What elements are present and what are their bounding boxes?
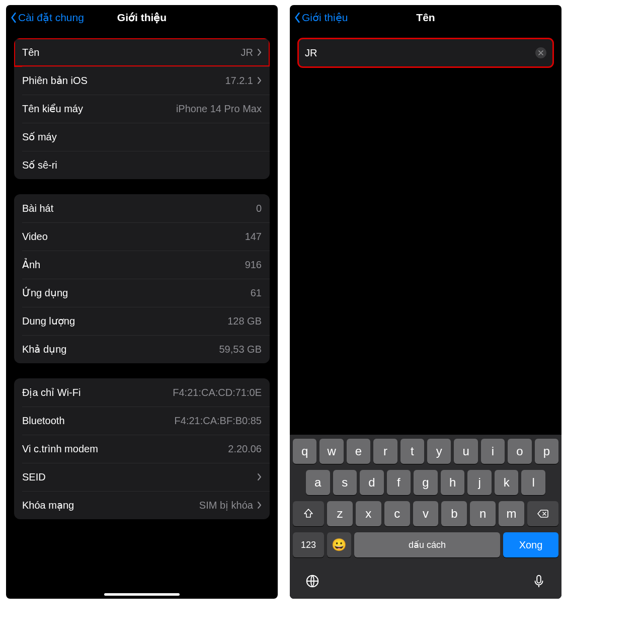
back-button[interactable]: Giới thiệu bbox=[294, 12, 348, 24]
row-value: 61 bbox=[251, 287, 262, 299]
section-storage: Bài hát 0 Video 147 Ảnh 916 Ứng dụng 61 … bbox=[14, 194, 270, 363]
key-w[interactable]: w bbox=[319, 439, 343, 464]
row-apps: Ứng dụng 61 bbox=[14, 279, 270, 307]
row-value: 59,53 GB bbox=[219, 344, 262, 355]
section-device: Tên JR Phiên bản iOS 17.2.1 Tên kiểu máy… bbox=[14, 38, 270, 179]
row-label: Ảnh bbox=[22, 259, 40, 271]
row-model-number: Số máy bbox=[14, 123, 270, 151]
back-button[interactable]: Cài đặt chung bbox=[10, 12, 84, 24]
row-photos: Ảnh 916 bbox=[14, 251, 270, 279]
row-label: Tên bbox=[22, 47, 39, 58]
row-videos: Video 147 bbox=[14, 222, 270, 251]
row-label: Ứng dụng bbox=[22, 287, 68, 299]
key-y[interactable]: y bbox=[427, 439, 451, 464]
row-label: Khóa mạng bbox=[22, 499, 74, 511]
key-q[interactable]: q bbox=[293, 439, 316, 464]
row-label: Vi c.trình modem bbox=[22, 443, 98, 455]
chevron-right-icon bbox=[257, 501, 262, 509]
row-ios-version[interactable]: Phiên bản iOS 17.2.1 bbox=[14, 66, 270, 95]
globe-key[interactable] bbox=[305, 574, 320, 591]
row-value: F4:21:CA:CD:71:0E bbox=[173, 387, 262, 398]
space-key[interactable]: dấu cách bbox=[354, 532, 500, 557]
row-label: Số sê-ri bbox=[22, 159, 57, 171]
key-c[interactable]: c bbox=[384, 501, 410, 526]
mic-icon bbox=[531, 574, 546, 589]
key-d[interactable]: d bbox=[360, 470, 384, 495]
chevron-left-icon bbox=[10, 12, 17, 23]
key-h[interactable]: h bbox=[441, 470, 465, 495]
clear-button[interactable] bbox=[535, 47, 546, 58]
nav-bar: Cài đặt chung Giới thiệu bbox=[6, 5, 278, 30]
row-value: 916 bbox=[245, 259, 262, 271]
name-input[interactable]: JR bbox=[298, 38, 553, 67]
content: Tên JR Phiên bản iOS 17.2.1 Tên kiểu máy… bbox=[6, 30, 278, 599]
back-label: Cài đặt chung bbox=[18, 12, 84, 24]
row-serial: Số sê-ri bbox=[14, 151, 270, 179]
backspace-key[interactable] bbox=[527, 501, 558, 526]
section-network: Địa chỉ Wi-Fi F4:21:CA:CD:71:0E Bluetoot… bbox=[14, 378, 270, 519]
key-s[interactable]: s bbox=[333, 470, 357, 495]
close-icon bbox=[538, 50, 543, 55]
name-input-value: JR bbox=[305, 47, 317, 59]
keyboard-bottom bbox=[290, 574, 561, 591]
row-seid[interactable]: SEID bbox=[14, 463, 270, 491]
key-i[interactable]: i bbox=[481, 439, 505, 464]
key-t[interactable]: t bbox=[400, 439, 424, 464]
key-l[interactable]: l bbox=[521, 470, 545, 495]
key-m[interactable]: m bbox=[499, 501, 524, 526]
row-label: Bluetooth bbox=[22, 415, 65, 427]
row-label: Dung lượng bbox=[22, 315, 75, 327]
row-label: Video bbox=[22, 231, 48, 243]
row-carrier-lock[interactable]: Khóa mạng SIM bị khóa bbox=[14, 491, 270, 519]
shift-icon bbox=[302, 508, 314, 520]
row-value: 147 bbox=[245, 231, 262, 243]
numeric-key[interactable]: 123 bbox=[293, 532, 324, 557]
key-k[interactable]: k bbox=[495, 470, 519, 495]
back-label: Giới thiệu bbox=[302, 12, 348, 24]
row-label: Số máy bbox=[22, 131, 57, 143]
row-model-name: Tên kiểu máy iPhone 14 Pro Max bbox=[14, 95, 270, 123]
keyboard: qwertyuiop asdfghjkl zxcvbnm 123 😀 dấu c… bbox=[290, 435, 561, 599]
key-r[interactable]: r bbox=[373, 439, 397, 464]
chevron-right-icon bbox=[257, 48, 262, 56]
key-j[interactable]: j bbox=[467, 470, 492, 495]
key-u[interactable]: u bbox=[454, 439, 477, 464]
row-value: iPhone 14 Pro Max bbox=[176, 103, 262, 115]
home-indicator[interactable] bbox=[104, 593, 180, 596]
key-e[interactable]: e bbox=[347, 439, 370, 464]
row-label: Khả dụng bbox=[22, 343, 66, 355]
chevron-right-icon bbox=[257, 473, 262, 481]
chevron-right-icon bbox=[257, 76, 262, 85]
row-modem: Vi c.trình modem 2.20.06 bbox=[14, 435, 270, 463]
row-label: Bài hát bbox=[22, 203, 53, 214]
dictation-key[interactable] bbox=[531, 574, 546, 591]
key-n[interactable]: n bbox=[470, 501, 496, 526]
done-key[interactable]: Xong bbox=[503, 532, 558, 557]
row-value: SIM bị khóa bbox=[199, 499, 253, 511]
row-label: Tên kiểu máy bbox=[22, 103, 83, 115]
key-g[interactable]: g bbox=[414, 470, 438, 495]
row-wifi: Địa chỉ Wi-Fi F4:21:CA:CD:71:0E bbox=[14, 378, 270, 407]
globe-icon bbox=[305, 574, 320, 589]
row-value: 128 GB bbox=[227, 315, 262, 327]
row-name[interactable]: Tên JR bbox=[14, 38, 270, 66]
key-z[interactable]: z bbox=[327, 501, 353, 526]
key-f[interactable]: f bbox=[387, 470, 411, 495]
key-a[interactable]: a bbox=[306, 470, 330, 495]
emoji-key[interactable]: 😀 bbox=[327, 532, 351, 557]
key-x[interactable]: x bbox=[356, 501, 381, 526]
emoji-icon: 😀 bbox=[332, 538, 347, 552]
key-v[interactable]: v bbox=[413, 501, 439, 526]
row-value: 2.20.06 bbox=[228, 443, 262, 455]
row-value: 17.2.1 bbox=[225, 75, 253, 87]
key-o[interactable]: o bbox=[508, 439, 531, 464]
row-label: Địa chỉ Wi-Fi bbox=[22, 386, 80, 398]
backspace-icon bbox=[537, 508, 549, 520]
key-p[interactable]: p bbox=[535, 439, 558, 464]
row-label: Phiên bản iOS bbox=[22, 74, 88, 87]
svg-rect-1 bbox=[537, 576, 541, 583]
key-b[interactable]: b bbox=[441, 501, 467, 526]
nav-bar: Giới thiệu Tên bbox=[290, 5, 561, 30]
shift-key[interactable] bbox=[293, 501, 324, 526]
row-bluetooth: Bluetooth F4:21:CA:BF:B0:85 bbox=[14, 407, 270, 435]
